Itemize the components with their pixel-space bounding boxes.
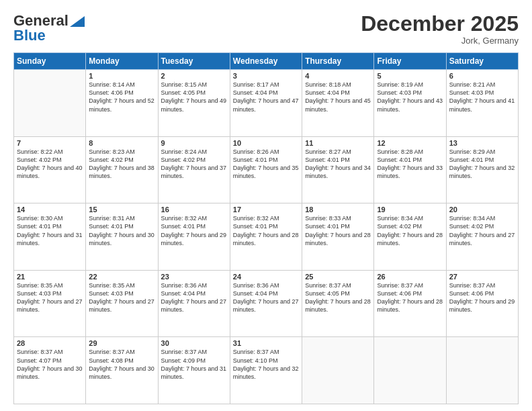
- table-row: 2Sunrise: 8:15 AMSunset: 4:05 PMDaylight…: [158, 70, 230, 137]
- table-row: 25Sunrise: 8:37 AMSunset: 4:05 PMDayligh…: [302, 270, 374, 337]
- day-info: Sunrise: 8:26 AMSunset: 4:01 PMDaylight:…: [233, 148, 299, 181]
- table-row: 9Sunrise: 8:24 AMSunset: 4:02 PMDaylight…: [158, 136, 230, 203]
- col-friday: Friday: [374, 53, 446, 70]
- table-row: 26Sunrise: 8:37 AMSunset: 4:06 PMDayligh…: [374, 270, 446, 337]
- day-number: 14: [17, 205, 83, 214]
- day-number: 11: [305, 139, 371, 147]
- day-info: Sunrise: 8:28 AMSunset: 4:01 PMDaylight:…: [377, 148, 443, 181]
- table-row: 21Sunrise: 8:35 AMSunset: 4:03 PMDayligh…: [14, 270, 86, 337]
- table-row: 23Sunrise: 8:36 AMSunset: 4:04 PMDayligh…: [158, 270, 230, 337]
- table-row: 17Sunrise: 8:32 AMSunset: 4:01 PMDayligh…: [230, 203, 302, 271]
- day-number: 19: [377, 205, 443, 214]
- day-number: 24: [233, 273, 299, 281]
- day-info: Sunrise: 8:37 AMSunset: 4:06 PMDaylight:…: [377, 281, 443, 314]
- day-number: 23: [161, 273, 227, 281]
- day-number: 2: [161, 72, 227, 80]
- svg-marker-0: [70, 16, 85, 27]
- table-row: 8Sunrise: 8:23 AMSunset: 4:02 PMDaylight…: [86, 136, 158, 203]
- day-info: Sunrise: 8:34 AMSunset: 4:02 PMDaylight:…: [377, 214, 443, 247]
- calendar-header-row: Sunday Monday Tuesday Wednesday Thursday…: [14, 53, 519, 70]
- table-row: 20Sunrise: 8:34 AMSunset: 4:02 PMDayligh…: [446, 203, 518, 271]
- day-number: 21: [17, 273, 83, 281]
- col-wednesday: Wednesday: [230, 53, 302, 70]
- day-number: 5: [377, 72, 443, 80]
- day-info: Sunrise: 8:37 AMSunset: 4:10 PMDaylight:…: [233, 348, 299, 381]
- day-number: 31: [233, 339, 299, 347]
- day-info: Sunrise: 8:37 AMSunset: 4:07 PMDaylight:…: [17, 348, 83, 381]
- day-info: Sunrise: 8:21 AMSunset: 4:03 PMDaylight:…: [449, 81, 515, 113]
- day-info: Sunrise: 8:33 AMSunset: 4:01 PMDaylight:…: [305, 214, 371, 247]
- table-row: 29Sunrise: 8:37 AMSunset: 4:08 PMDayligh…: [86, 337, 158, 404]
- table-row: 16Sunrise: 8:32 AMSunset: 4:01 PMDayligh…: [158, 203, 230, 271]
- table-row: 31Sunrise: 8:37 AMSunset: 4:10 PMDayligh…: [230, 337, 302, 404]
- table-row: 12Sunrise: 8:28 AMSunset: 4:01 PMDayligh…: [374, 136, 446, 203]
- calendar-week-row: 28Sunrise: 8:37 AMSunset: 4:07 PMDayligh…: [14, 337, 519, 404]
- day-info: Sunrise: 8:31 AMSunset: 4:01 PMDaylight:…: [89, 214, 154, 247]
- day-info: Sunrise: 8:35 AMSunset: 4:03 PMDaylight:…: [89, 281, 154, 314]
- day-number: 29: [89, 339, 154, 347]
- day-info: Sunrise: 8:34 AMSunset: 4:02 PMDaylight:…: [449, 214, 515, 247]
- table-row: [374, 337, 446, 404]
- col-tuesday: Tuesday: [158, 53, 230, 70]
- day-info: Sunrise: 8:36 AMSunset: 4:04 PMDaylight:…: [161, 281, 227, 314]
- table-row: 1Sunrise: 8:14 AMSunset: 4:06 PMDaylight…: [86, 70, 158, 137]
- day-number: 8: [89, 139, 154, 147]
- table-row: 5Sunrise: 8:19 AMSunset: 4:03 PMDaylight…: [374, 70, 446, 137]
- day-info: Sunrise: 8:37 AMSunset: 4:08 PMDaylight:…: [89, 348, 154, 381]
- day-info: Sunrise: 8:19 AMSunset: 4:03 PMDaylight:…: [377, 81, 443, 113]
- day-number: 22: [89, 273, 154, 281]
- day-info: Sunrise: 8:18 AMSunset: 4:04 PMDaylight:…: [305, 81, 371, 113]
- title-block: December 2025 Jork, Germany: [361, 12, 519, 46]
- day-info: Sunrise: 8:37 AMSunset: 4:06 PMDaylight:…: [449, 281, 515, 314]
- day-number: 9: [161, 139, 227, 147]
- day-number: 20: [449, 205, 515, 214]
- calendar-week-row: 21Sunrise: 8:35 AMSunset: 4:03 PMDayligh…: [14, 270, 519, 337]
- day-info: Sunrise: 8:27 AMSunset: 4:01 PMDaylight:…: [305, 148, 371, 181]
- day-info: Sunrise: 8:29 AMSunset: 4:01 PMDaylight:…: [449, 148, 515, 181]
- day-info: Sunrise: 8:23 AMSunset: 4:02 PMDaylight:…: [89, 148, 154, 181]
- col-saturday: Saturday: [446, 53, 518, 70]
- day-number: 4: [305, 72, 371, 80]
- table-row: 24Sunrise: 8:36 AMSunset: 4:04 PMDayligh…: [230, 270, 302, 337]
- day-number: 12: [377, 139, 443, 147]
- table-row: 13Sunrise: 8:29 AMSunset: 4:01 PMDayligh…: [446, 136, 518, 203]
- day-info: Sunrise: 8:37 AMSunset: 4:09 PMDaylight:…: [161, 348, 227, 381]
- table-row: 7Sunrise: 8:22 AMSunset: 4:02 PMDaylight…: [14, 136, 86, 203]
- calendar-week-row: 1Sunrise: 8:14 AMSunset: 4:06 PMDaylight…: [14, 70, 519, 137]
- table-row: 14Sunrise: 8:30 AMSunset: 4:01 PMDayligh…: [14, 203, 86, 271]
- day-number: 10: [233, 139, 299, 147]
- day-info: Sunrise: 8:22 AMSunset: 4:02 PMDaylight:…: [17, 148, 83, 181]
- col-thursday: Thursday: [302, 53, 374, 70]
- table-row: [302, 337, 374, 404]
- day-number: 6: [449, 72, 515, 80]
- table-row: 3Sunrise: 8:17 AMSunset: 4:04 PMDaylight…: [230, 70, 302, 137]
- day-number: 17: [233, 205, 299, 214]
- day-number: 1: [89, 72, 154, 80]
- day-number: 30: [161, 339, 227, 347]
- logo-icon: [70, 16, 85, 27]
- location: Jork, Germany: [361, 36, 519, 46]
- table-row: 4Sunrise: 8:18 AMSunset: 4:04 PMDaylight…: [302, 70, 374, 137]
- day-number: 7: [17, 139, 83, 147]
- day-number: 26: [377, 273, 443, 281]
- table-row: [14, 70, 86, 137]
- day-info: Sunrise: 8:15 AMSunset: 4:05 PMDaylight:…: [161, 81, 227, 113]
- table-row: 11Sunrise: 8:27 AMSunset: 4:01 PMDayligh…: [302, 136, 374, 203]
- table-row: 10Sunrise: 8:26 AMSunset: 4:01 PMDayligh…: [230, 136, 302, 203]
- table-row: 15Sunrise: 8:31 AMSunset: 4:01 PMDayligh…: [86, 203, 158, 271]
- day-info: Sunrise: 8:30 AMSunset: 4:01 PMDaylight:…: [17, 214, 83, 247]
- day-info: Sunrise: 8:37 AMSunset: 4:05 PMDaylight:…: [305, 281, 371, 314]
- col-sunday: Sunday: [14, 53, 86, 70]
- day-number: 27: [449, 273, 515, 281]
- calendar-week-row: 14Sunrise: 8:30 AMSunset: 4:01 PMDayligh…: [14, 203, 519, 271]
- day-info: Sunrise: 8:24 AMSunset: 4:02 PMDaylight:…: [161, 148, 227, 181]
- day-info: Sunrise: 8:32 AMSunset: 4:01 PMDaylight:…: [233, 214, 299, 247]
- calendar-week-row: 7Sunrise: 8:22 AMSunset: 4:02 PMDaylight…: [14, 136, 519, 203]
- header: General Blue December 2025 Jork, Germany: [13, 12, 519, 46]
- day-number: 28: [17, 339, 83, 347]
- day-number: 16: [161, 205, 227, 214]
- day-info: Sunrise: 8:36 AMSunset: 4:04 PMDaylight:…: [233, 281, 299, 314]
- day-info: Sunrise: 8:17 AMSunset: 4:04 PMDaylight:…: [233, 81, 299, 113]
- table-row: 27Sunrise: 8:37 AMSunset: 4:06 PMDayligh…: [446, 270, 518, 337]
- table-row: [446, 337, 518, 404]
